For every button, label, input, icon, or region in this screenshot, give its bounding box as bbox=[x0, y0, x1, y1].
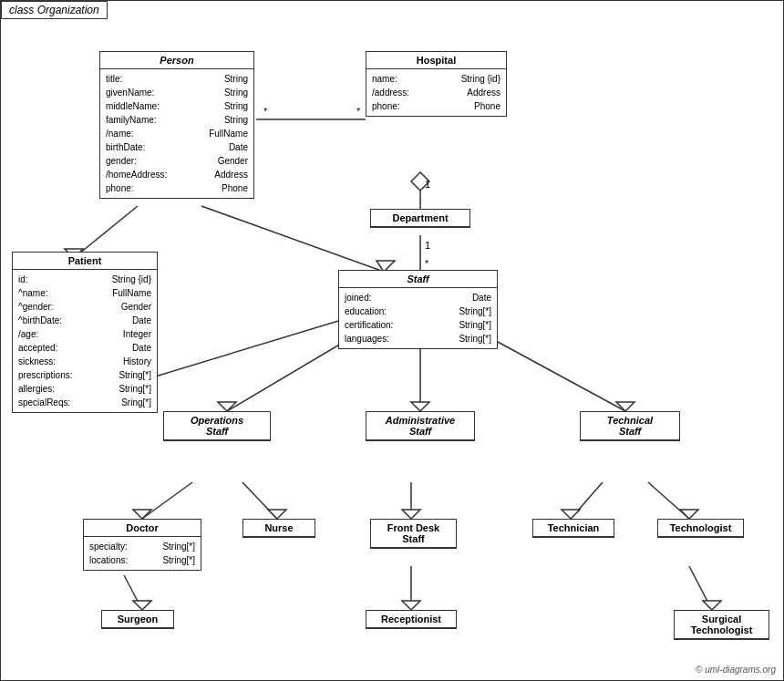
surgical-technologist-class-name: Surgical Technologist bbox=[675, 611, 769, 639]
department-class-name: Department bbox=[371, 210, 469, 227]
staff-class-name: Staff bbox=[339, 271, 497, 288]
operations-staff-class-name: Operations Staff bbox=[164, 412, 270, 440]
technician-class: Technician bbox=[532, 519, 614, 538]
svg-text:1: 1 bbox=[425, 240, 430, 251]
svg-marker-22 bbox=[616, 402, 634, 411]
doctor-class: Doctor specialty:String[*] locations:Str… bbox=[83, 519, 201, 571]
svg-text:*: * bbox=[263, 106, 268, 117]
svg-line-10 bbox=[74, 206, 138, 258]
surgeon-class: Surgeon bbox=[101, 610, 174, 629]
patient-class-attrs: id:String {id} ^name:FullName ^gender:Ge… bbox=[13, 270, 157, 412]
svg-marker-38 bbox=[703, 601, 721, 610]
diagram-title: class Organization bbox=[1, 1, 108, 19]
diagram-container: class Organization * * 1 * 1 * * * bbox=[0, 0, 784, 681]
doctor-class-name: Doctor bbox=[84, 520, 201, 537]
svg-marker-24 bbox=[133, 510, 151, 519]
administrative-staff-class: Administrative Staff bbox=[366, 411, 475, 441]
svg-line-25 bbox=[242, 482, 277, 519]
svg-line-31 bbox=[648, 482, 689, 519]
surgeon-class-name: Surgeon bbox=[102, 611, 173, 628]
nurse-class-name: Nurse bbox=[243, 520, 315, 537]
hospital-class-attrs: name:String {id} /address:Address phone:… bbox=[366, 69, 506, 116]
svg-line-12 bbox=[201, 206, 384, 272]
svg-marker-34 bbox=[133, 601, 151, 610]
administrative-staff-class-name: Administrative Staff bbox=[366, 412, 474, 440]
technologist-class-name: Technologist bbox=[658, 520, 743, 537]
svg-marker-4 bbox=[411, 172, 429, 191]
person-class: Person title:String givenName:String mid… bbox=[99, 51, 254, 199]
copyright: © uml-diagrams.org bbox=[696, 665, 776, 675]
nurse-class: Nurse bbox=[242, 519, 315, 538]
svg-text:*: * bbox=[425, 258, 429, 269]
doctor-class-attrs: specialty:String[*] locations:String[*] bbox=[84, 537, 201, 570]
front-desk-staff-class-name: Front Desk Staff bbox=[371, 520, 456, 548]
technologist-class: Technologist bbox=[657, 519, 744, 538]
technical-staff-class: Technical Staff bbox=[580, 411, 680, 441]
svg-line-33 bbox=[124, 575, 142, 610]
technician-class-name: Technician bbox=[533, 520, 614, 537]
operations-staff-class: Operations Staff bbox=[163, 411, 271, 441]
person-class-name: Person bbox=[100, 52, 253, 69]
svg-marker-20 bbox=[411, 402, 429, 411]
technical-staff-class-name: Technical Staff bbox=[581, 412, 679, 440]
staff-class: Staff joined:Date education:String[*] ce… bbox=[338, 270, 498, 349]
patient-class: Patient id:String {id} ^name:FullName ^g… bbox=[12, 252, 158, 413]
svg-marker-18 bbox=[218, 402, 236, 411]
svg-marker-26 bbox=[268, 510, 286, 519]
svg-marker-28 bbox=[402, 510, 420, 519]
svg-line-37 bbox=[689, 566, 712, 610]
svg-text:*: * bbox=[356, 106, 361, 117]
staff-class-attrs: joined:Date education:String[*] certific… bbox=[339, 288, 497, 348]
front-desk-staff-class: Front Desk Staff bbox=[370, 519, 457, 549]
patient-class-name: Patient bbox=[13, 253, 157, 270]
department-class: Department bbox=[370, 209, 470, 228]
svg-marker-36 bbox=[402, 601, 420, 610]
receptionist-class: Receptionist bbox=[366, 610, 457, 629]
svg-text:1: 1 bbox=[425, 179, 430, 190]
hospital-class: Hospital name:String {id} /address:Addre… bbox=[366, 51, 507, 117]
person-class-attrs: title:String givenName:String middleName… bbox=[100, 69, 253, 198]
surgical-technologist-class: Surgical Technologist bbox=[674, 610, 769, 640]
hospital-class-name: Hospital bbox=[366, 52, 506, 69]
svg-marker-30 bbox=[562, 510, 580, 519]
svg-line-29 bbox=[571, 482, 603, 519]
svg-line-23 bbox=[142, 482, 192, 519]
svg-marker-32 bbox=[680, 510, 698, 519]
receptionist-class-name: Receptionist bbox=[366, 611, 456, 628]
